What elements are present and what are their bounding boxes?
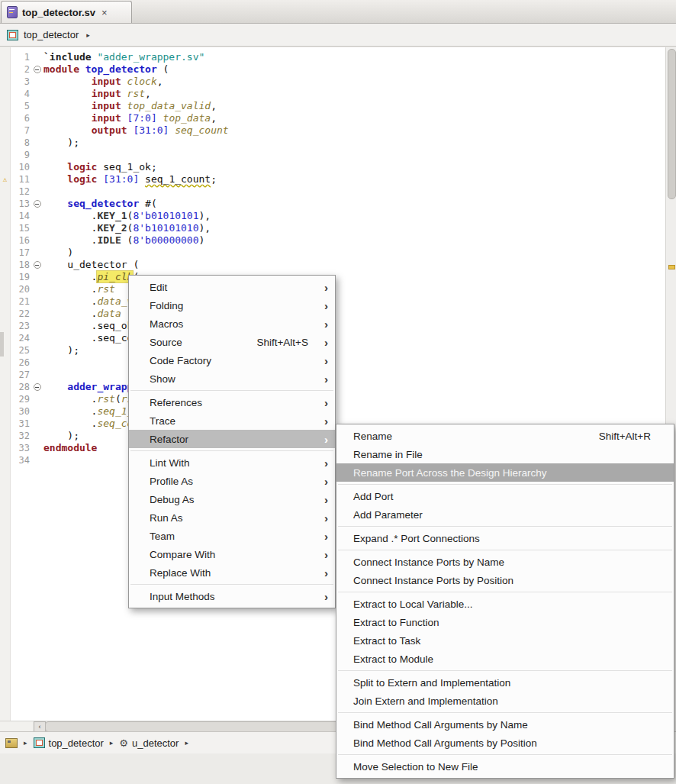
fold-margin — [33, 76, 43, 88]
code-line-6[interactable]: 6 input [7:0] top_data, — [0, 112, 665, 124]
breadcrumb-arrow-icon[interactable]: ▸ — [108, 739, 116, 747]
code-line-17[interactable]: 17 ) — [0, 247, 665, 259]
breadcrumb-arrow-icon[interactable]: ▸ — [21, 739, 30, 747]
code-line-5[interactable]: 5 input top_data_valid, — [0, 100, 665, 112]
menu-item-lint-with[interactable]: Lint With› — [129, 453, 335, 472]
fold-margin — [33, 393, 43, 405]
menu-item-label: Rename in File — [353, 449, 662, 460]
fold-collapse-icon[interactable] — [33, 259, 43, 271]
annotation-cell — [0, 247, 10, 259]
menu-item-debug-as[interactable]: Debug As› — [129, 490, 335, 508]
menu-item-run-as[interactable]: Run As› — [129, 508, 335, 527]
annotation-cell — [0, 369, 10, 381]
code-line-9[interactable]: 9 — [0, 149, 665, 161]
menu-item-bind-method-call-arguments-by-name[interactable]: Bind Method Call Arguments by Name — [336, 715, 674, 734]
menu-item-input-methods[interactable]: Input Methods› — [129, 587, 335, 605]
breadcrumb-item-top-detector[interactable]: top_detector — [34, 737, 104, 749]
annotation-cell — [0, 271, 10, 283]
menu-item-label: Compare With — [150, 549, 319, 560]
menu-item-code-factory[interactable]: Code Factory› — [129, 351, 335, 369]
menu-item-connect-instance-ports-by-name[interactable]: Connect Instance Ports by Name — [336, 553, 674, 571]
fold-margin — [33, 210, 43, 222]
close-icon[interactable]: × — [101, 7, 108, 18]
menu-item-expand-port-connections[interactable]: Expand .* Port Connections — [336, 529, 674, 547]
code-line-14[interactable]: 14 .KEY_1(8'b01010101), — [0, 210, 665, 222]
menu-item-move-selection-to-new-file[interactable]: Move Selection to New File — [336, 757, 674, 776]
annotation-cell — [0, 124, 10, 137]
code-line-15[interactable]: 15 .KEY_2(8'b10101010), — [0, 222, 665, 234]
menu-item-replace-with[interactable]: Replace With› — [129, 563, 335, 582]
menu-item-extract-to-module[interactable]: Extract to Module — [336, 650, 674, 668]
menu-item-split-to-extern-and-implementation[interactable]: Split to Extern and Implementation — [336, 673, 674, 692]
breadcrumb-item[interactable] — [5, 738, 18, 748]
code-text: ); — [43, 137, 665, 149]
menu-item-rename[interactable]: RenameShift+Alt+R — [336, 427, 674, 445]
fold-collapse-icon[interactable] — [33, 198, 43, 210]
code-text: logic [31:0] seq_1_count; — [43, 173, 665, 186]
menu-item-team[interactable]: Team› — [129, 527, 335, 545]
line-number: 28 — [10, 381, 33, 393]
menu-item-label: Connect Instance Ports by Name — [353, 557, 662, 568]
menu-item-extract-to-function[interactable]: Extract to Function — [336, 613, 674, 631]
fold-margin — [33, 88, 43, 100]
code-line-11[interactable]: ⚠11 logic [31:0] seq_1_count; — [0, 173, 665, 186]
menu-item-show[interactable]: Show› — [129, 369, 335, 388]
menu-item-edit[interactable]: Edit› — [129, 278, 335, 296]
code-text: input rst, — [43, 88, 665, 100]
fold-margin — [33, 454, 43, 466]
menu-item-label: Team — [150, 531, 319, 542]
line-number: 10 — [10, 161, 33, 173]
breadcrumb-item-u-detector[interactable]: ⚙u_detector — [119, 737, 179, 749]
menu-item-label: Debug As — [150, 494, 319, 505]
code-line-12[interactable]: 12 — [0, 186, 665, 198]
vertical-scrollbar-thumb[interactable] — [668, 49, 676, 199]
fold-margin — [33, 100, 43, 112]
menu-item-folding[interactable]: Folding› — [129, 296, 335, 315]
menu-item-add-parameter[interactable]: Add Parameter — [336, 505, 674, 524]
menu-item-extract-to-local-variable[interactable]: Extract to Local Variable... — [336, 595, 674, 613]
annotation-cell — [0, 357, 10, 369]
menu-item-rename-in-file[interactable]: Rename in File — [336, 445, 674, 463]
menu-item-label: Rename Port Across the Design Hierarchy — [353, 467, 662, 479]
code-line-16[interactable]: 16 .IDLE (8'b00000000) — [0, 234, 665, 247]
code-line-8[interactable]: 8 ); — [0, 137, 665, 149]
menu-item-rename-port-across-the-design-hierarchy[interactable]: Rename Port Across the Design Hierarchy — [336, 463, 674, 482]
menu-item-trace[interactable]: Trace› — [129, 411, 335, 430]
code-line-3[interactable]: 3 input clock, — [0, 76, 665, 88]
menu-item-connect-instance-ports-by-position[interactable]: Connect Instance Ports by Position — [336, 571, 674, 589]
submenu-arrow-icon: › — [319, 549, 328, 560]
menu-item-source[interactable]: SourceShift+Alt+S› — [129, 333, 335, 351]
menu-item-profile-as[interactable]: Profile As› — [129, 472, 335, 490]
menu-item-references[interactable]: References› — [129, 393, 335, 411]
menu-item-extract-to-task[interactable]: Extract to Task — [336, 631, 674, 650]
breadcrumb-item-top-detector[interactable]: top_detector — [24, 29, 79, 40]
menu-item-join-extern-and-implementation[interactable]: Join Extern and Implementation — [336, 692, 674, 710]
line-number: 17 — [10, 247, 33, 259]
fold-collapse-icon[interactable] — [33, 381, 43, 393]
menu-item-macros[interactable]: Macros› — [129, 315, 335, 333]
fold-collapse-icon[interactable] — [33, 63, 43, 76]
code-line-10[interactable]: 10 logic seq_1_ok; — [0, 161, 665, 173]
menu-item-bind-method-call-arguments-by-position[interactable]: Bind Method Call Arguments by Position — [336, 734, 674, 752]
annotation-cell — [0, 186, 10, 198]
fold-margin — [33, 344, 43, 357]
fold-margin — [33, 247, 43, 259]
code-line-13[interactable]: 13 seq_detector #( — [0, 198, 665, 210]
horizontal-scrollbar-thumb[interactable] — [45, 721, 376, 732]
overview-warning-marker[interactable] — [668, 265, 675, 269]
code-line-18[interactable]: 18 u_detector ( — [0, 259, 665, 271]
menu-item-compare-with[interactable]: Compare With› — [129, 545, 335, 563]
menu-separator — [338, 484, 672, 485]
code-line-4[interactable]: 4 input rst, — [0, 88, 665, 100]
editor-tab-top-detector-sv[interactable]: top_detector.sv × — [1, 1, 132, 23]
code-line-1[interactable]: 1`include "adder_wrapper.sv" — [0, 51, 665, 63]
menu-item-add-port[interactable]: Add Port — [336, 487, 674, 505]
breadcrumb-arrow-icon[interactable]: ▸ — [84, 31, 92, 39]
annotation-cell — [0, 88, 10, 100]
code-line-7[interactable]: 7 output [31:0] seq_count — [0, 124, 665, 137]
breadcrumb-arrow-icon[interactable]: ▸ — [182, 739, 191, 747]
submenu-arrow-icon: › — [319, 397, 328, 408]
menu-item-refactor[interactable]: Refactor› — [129, 430, 335, 448]
scroll-left-button[interactable]: ‹ — [34, 721, 46, 732]
code-line-2[interactable]: 2module top_detector ( — [0, 63, 665, 76]
